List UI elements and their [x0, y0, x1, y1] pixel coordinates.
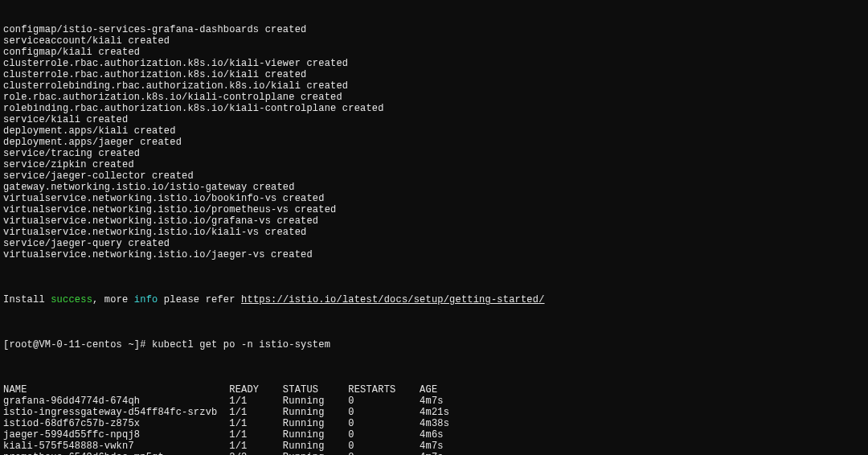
created-line: gateway.networking.istio.io/istio-gatewa… — [3, 182, 865, 193]
creation-output: configmap/istio-services-grafana-dashboa… — [3, 24, 865, 260]
created-line: virtualservice.networking.istio.io/booki… — [3, 193, 865, 204]
created-line: clusterrole.rbac.authorization.k8s.io/ki… — [3, 58, 865, 69]
prompt-line-1: [root@VM-0-11-centos ~]# kubectl get po … — [3, 339, 865, 350]
created-line: deployment.apps/jaeger created — [3, 137, 865, 148]
pods-row: grafana-96dd4774d-674qh 1/1 Running 0 4m… — [3, 396, 865, 407]
pods-row: istiod-68df67c57b-z875x 1/1 Running 0 4m… — [3, 418, 865, 429]
pods-row: prometheus-6549d6bdcc-mp5qt 2/2 Running … — [3, 452, 865, 455]
pods-header: NAME READY STATUS RESTARTS AGE — [3, 384, 865, 396]
pods-row: jaeger-5994d55ffc-npqj8 1/1 Running 0 4m… — [3, 429, 865, 441]
created-line: virtualservice.networking.istio.io/kiali… — [3, 227, 865, 238]
install-success-line: Install success, more info please refer … — [3, 294, 865, 305]
created-line: service/tracing created — [3, 148, 865, 159]
command-1: kubectl get po -n istio-system — [152, 339, 330, 350]
terminal[interactable]: configmap/istio-services-grafana-dashboa… — [0, 0, 868, 455]
created-line: virtualservice.networking.istio.io/grafa… — [3, 215, 865, 227]
created-line: deployment.apps/kiali created — [3, 125, 865, 137]
pods-row: istio-ingressgateway-d54ff84fc-srzvb 1/1… — [3, 407, 865, 418]
created-line: configmap/kiali created — [3, 47, 865, 58]
created-line: virtualservice.networking.istio.io/prome… — [3, 204, 865, 215]
created-line: rolebinding.rbac.authorization.k8s.io/ki… — [3, 103, 865, 114]
created-line: configmap/istio-services-grafana-dashboa… — [3, 24, 865, 35]
pods-table: NAME READY STATUS RESTARTS AGEgrafana-96… — [3, 384, 865, 455]
pods-row: kiali-575f548888-vwkn7 1/1 Running 0 4m7… — [3, 441, 865, 452]
created-line: service/zipkin created — [3, 159, 865, 170]
created-line: clusterrole.rbac.authorization.k8s.io/ki… — [3, 69, 865, 80]
docs-link[interactable]: https://istio.io/latest/docs/setup/getti… — [241, 294, 544, 305]
created-line: role.rbac.authorization.k8s.io/kiali-con… — [3, 92, 865, 103]
success-word: success — [51, 294, 92, 305]
created-line: service/jaeger-collector created — [3, 170, 865, 182]
created-line: service/jaeger-query created — [3, 238, 865, 249]
created-line: clusterrolebinding.rbac.authorization.k8… — [3, 80, 865, 92]
created-line: service/kiali created — [3, 114, 865, 125]
created-line: serviceaccount/kiali created — [3, 35, 865, 47]
created-line: virtualservice.networking.istio.io/jaege… — [3, 249, 865, 260]
info-word: info — [134, 294, 158, 305]
shell-prompt: [root@VM-0-11-centos ~]# — [3, 339, 152, 350]
